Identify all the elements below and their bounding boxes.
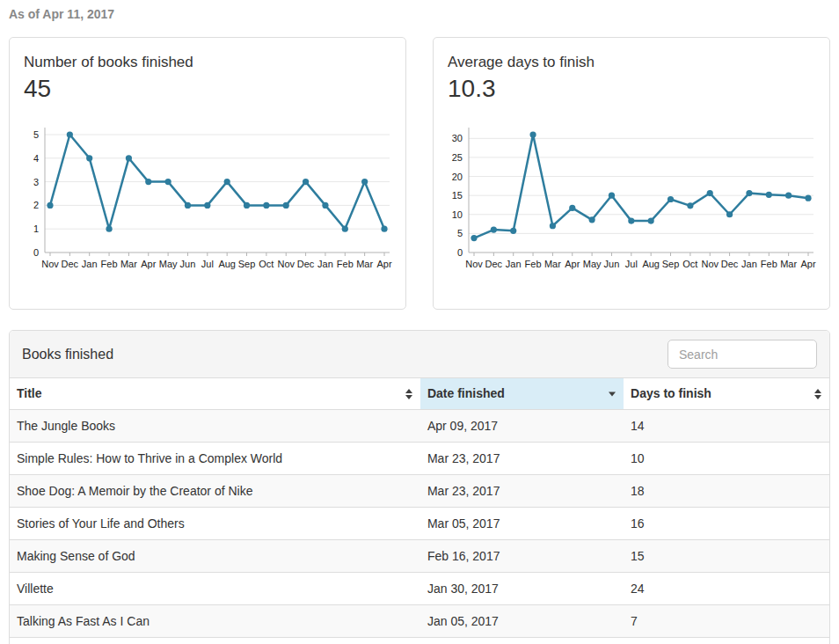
svg-text:Feb: Feb <box>525 259 542 269</box>
svg-text:Jun: Jun <box>180 259 196 269</box>
table-search-input[interactable] <box>668 340 817 369</box>
svg-text:Apr: Apr <box>141 259 156 269</box>
svg-text:Apr: Apr <box>376 259 391 269</box>
cell-date-finished: Feb 16, 2017 <box>420 540 624 573</box>
svg-text:Apr: Apr <box>800 259 815 269</box>
svg-text:5: 5 <box>457 228 463 238</box>
table-row: VilletteJan 30, 201724 <box>10 573 829 605</box>
svg-text:May: May <box>583 259 602 269</box>
books-table: TitleDate finishedDays to finish The Jun… <box>10 378 829 638</box>
books-finished-panel: Books finished TitleDate finishedDays to… <box>9 330 830 644</box>
cell-title: Simple Rules: How to Thrive in a Complex… <box>10 443 420 475</box>
svg-text:Jan: Jan <box>506 259 522 269</box>
cell-date-finished: Jan 30, 2017 <box>420 573 624 605</box>
column-header-title[interactable]: Title <box>10 378 420 410</box>
cell-title: Villette <box>10 573 420 605</box>
card-title: Average days to finish <box>434 38 829 71</box>
cell-title: Making Sense of God <box>10 540 420 573</box>
cell-title: The Jungle Books <box>10 410 420 443</box>
card-title: Number of books finished <box>10 38 405 71</box>
svg-text:Jan: Jan <box>317 259 333 269</box>
svg-text:0: 0 <box>33 247 39 258</box>
card-number-of-books-finished: Number of books finished 45 012345NovDec… <box>9 37 406 310</box>
svg-text:Apr: Apr <box>565 259 580 269</box>
column-label: Date finished <box>427 386 505 400</box>
panel-title: Books finished <box>22 347 113 362</box>
cell-days-to-finish: 10 <box>624 443 829 475</box>
svg-text:4: 4 <box>33 153 39 164</box>
svg-text:Jan: Jan <box>82 259 98 269</box>
svg-text:Oct: Oct <box>682 259 697 269</box>
svg-text:15: 15 <box>452 190 463 201</box>
svg-text:Dec: Dec <box>485 259 503 269</box>
table-row: Talking As Fast As I CanJan 05, 20177 <box>10 605 829 638</box>
svg-text:May: May <box>159 259 178 269</box>
cell-date-finished: Mar 23, 2017 <box>420 443 624 475</box>
svg-text:Nov: Nov <box>41 259 59 269</box>
svg-text:Jul: Jul <box>201 259 214 269</box>
cell-date-finished: Mar 05, 2017 <box>420 508 624 540</box>
column-label: Title <box>17 386 42 400</box>
table-row: The Jungle BooksApr 09, 201714 <box>10 410 829 443</box>
sort-descending-icon <box>609 392 616 396</box>
books-finished-line-chart: 012345NovDecJanFebMarAprMayJunJulAugSepO… <box>11 122 402 277</box>
svg-text:Oct: Oct <box>259 259 274 269</box>
cell-days-to-finish: 7 <box>624 605 829 638</box>
svg-text:Nov: Nov <box>701 259 719 269</box>
svg-text:Mar: Mar <box>544 259 561 269</box>
cell-date-finished: Apr 09, 2017 <box>420 410 624 443</box>
svg-text:25: 25 <box>452 152 463 163</box>
svg-text:Aug: Aug <box>218 259 236 269</box>
cell-days-to-finish: 16 <box>624 508 829 540</box>
svg-text:Jul: Jul <box>625 259 638 269</box>
cell-days-to-finish: 24 <box>624 573 829 605</box>
cell-title: Stories of Your Life and Others <box>10 508 420 540</box>
svg-text:Aug: Aug <box>642 259 660 269</box>
panel-heading: Books finished <box>10 331 829 378</box>
svg-text:Sep: Sep <box>662 259 680 269</box>
svg-text:2: 2 <box>33 200 39 210</box>
avg-days-line-chart: 051015202530NovDecJanFebMarAprMayJunJulA… <box>435 122 826 277</box>
svg-text:0: 0 <box>457 247 463 258</box>
svg-text:Feb: Feb <box>101 259 118 269</box>
cell-title: Talking As Fast As I Can <box>10 605 420 638</box>
svg-text:Feb: Feb <box>337 259 354 269</box>
svg-text:Nov: Nov <box>277 259 295 269</box>
table-row: Simple Rules: How to Thrive in a Complex… <box>10 443 829 475</box>
table-header-row: TitleDate finishedDays to finish <box>10 378 829 410</box>
table-row: Shoe Dog: A Memoir by the Creator of Nik… <box>10 475 829 508</box>
svg-text:Dec: Dec <box>62 259 79 269</box>
svg-text:Mar: Mar <box>120 259 137 269</box>
svg-text:Nov: Nov <box>465 259 483 269</box>
svg-text:Mar: Mar <box>780 259 797 269</box>
dashboard: As of Apr 11, 2017 Number of books finis… <box>0 0 839 644</box>
svg-text:3: 3 <box>33 177 39 187</box>
cell-days-to-finish: 15 <box>624 540 829 573</box>
card-average-days-to-finish: Average days to finish 10.3 051015202530… <box>433 37 830 310</box>
column-label: Days to finish <box>631 386 711 400</box>
card-value: 45 <box>10 71 405 103</box>
svg-text:10: 10 <box>452 209 463 220</box>
svg-text:Dec: Dec <box>297 259 315 269</box>
table-row: Stories of Your Life and OthersMar 05, 2… <box>10 508 829 540</box>
svg-text:Jun: Jun <box>604 259 620 269</box>
cell-days-to-finish: 18 <box>624 475 829 508</box>
sort-both-icon <box>814 389 821 399</box>
cell-date-finished: Jan 05, 2017 <box>420 605 624 638</box>
cell-date-finished: Mar 23, 2017 <box>420 475 624 508</box>
column-header-days-to-finish[interactable]: Days to finish <box>624 378 829 410</box>
svg-text:30: 30 <box>452 133 463 143</box>
svg-text:20: 20 <box>452 172 463 182</box>
as-of-date: As of Apr 11, 2017 <box>9 7 114 21</box>
cell-title: Shoe Dog: A Memoir by the Creator of Nik… <box>10 475 420 508</box>
svg-text:1: 1 <box>33 223 39 234</box>
svg-text:Mar: Mar <box>356 259 373 269</box>
svg-text:Jan: Jan <box>741 259 757 269</box>
svg-text:5: 5 <box>33 129 39 140</box>
svg-text:Feb: Feb <box>761 259 777 269</box>
card-value: 10.3 <box>434 71 829 103</box>
cell-days-to-finish: 14 <box>624 410 829 443</box>
column-header-date-finished[interactable]: Date finished <box>420 378 624 410</box>
svg-text:Sep: Sep <box>238 259 256 269</box>
svg-text:Dec: Dec <box>721 259 739 269</box>
